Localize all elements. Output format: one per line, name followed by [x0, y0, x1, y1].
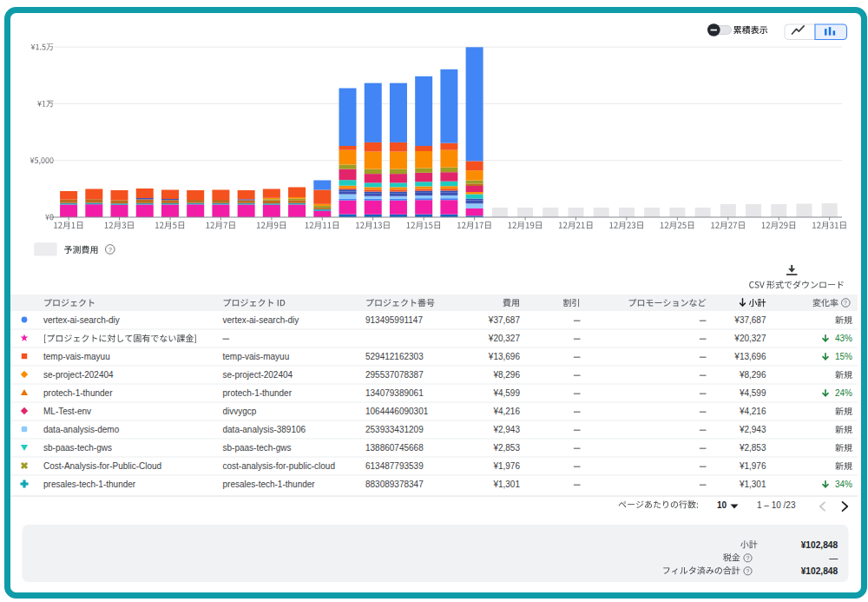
svg-text:138860745668: 138860745668: [365, 443, 424, 453]
svg-text:¥2,853: ¥2,853: [739, 443, 766, 453]
svg-text:¥4,599: ¥4,599: [739, 388, 766, 398]
svg-text:?: ?: [746, 568, 750, 574]
svg-text:¥2,853: ¥2,853: [492, 443, 520, 453]
svg-text:529412162303: 529412162303: [365, 352, 424, 361]
svg-text:34%: 34%: [835, 480, 852, 489]
svg-text:data-analysis-389106: data-analysis-389106: [223, 425, 306, 434]
svg-text:¥20,327: ¥20,327: [488, 334, 521, 343]
svg-text:—: —: [829, 553, 838, 563]
svg-text:1 – 10 /23: 1 – 10 /23: [757, 500, 796, 510]
svg-text:¥8,296: ¥8,296: [739, 370, 766, 380]
svg-text:¥2,943: ¥2,943: [492, 425, 520, 434]
svg-text:¥4,599: ¥4,599: [492, 388, 520, 398]
svg-text:253933431209: 253933431209: [365, 425, 424, 434]
svg-text:¥13,696: ¥13,696: [733, 352, 766, 361]
svg-text:¥4,216: ¥4,216: [492, 407, 520, 416]
svg-text:613487793539: 613487793539: [365, 461, 424, 471]
svg-text:¥102,848: ¥102,848: [801, 540, 838, 550]
svg-text:se-project-202404: se-project-202404: [223, 370, 293, 380]
svg-text:?: ?: [108, 246, 112, 254]
svg-text:883089378347: 883089378347: [365, 480, 424, 489]
svg-text:¥1,976: ¥1,976: [492, 461, 520, 471]
svg-text:temp-vais-mayuu: temp-vais-mayuu: [223, 352, 290, 361]
svg-text:sb-paas-tech-gws: sb-paas-tech-gws: [223, 443, 292, 453]
svg-text:?: ?: [746, 555, 750, 561]
svg-text:ML-Test-env: ML-Test-env: [43, 407, 91, 416]
svg-text:15%: 15%: [835, 352, 852, 361]
svg-text:presales-tech-1-thunder: presales-tech-1-thunder: [43, 480, 136, 489]
svg-text:¥4,216: ¥4,216: [739, 407, 766, 416]
svg-text:10: 10: [717, 500, 727, 510]
svg-text:cost-analysis-for-public-cloud: cost-analysis-for-public-cloud: [223, 461, 336, 471]
svg-text:1064446090301: 1064446090301: [365, 407, 429, 416]
svg-text:¥2,943: ¥2,943: [739, 425, 766, 434]
svg-text:134079389061: 134079389061: [365, 388, 424, 398]
svg-text:¥102,848: ¥102,848: [801, 566, 838, 576]
svg-text:?: ?: [844, 300, 847, 306]
svg-text:sb-paas-tech-gws: sb-paas-tech-gws: [43, 443, 112, 453]
svg-text:data-analysis-demo: data-analysis-demo: [43, 425, 120, 434]
svg-text:Cost-Analysis-for-Public-Cloud: Cost-Analysis-for-Public-Cloud: [43, 461, 161, 471]
svg-text:¥13,696: ¥13,696: [488, 352, 521, 361]
svg-text:¥37,687: ¥37,687: [733, 315, 766, 325]
svg-text:protech-1-thunder: protech-1-thunder: [223, 388, 293, 398]
svg-text:913495991147: 913495991147: [365, 315, 423, 325]
svg-text:¥1,301: ¥1,301: [492, 480, 520, 489]
svg-text:vertex-ai-search-diy: vertex-ai-search-diy: [43, 315, 120, 325]
svg-text:24%: 24%: [835, 388, 852, 398]
svg-text:¥37,687: ¥37,687: [488, 315, 521, 325]
svg-text:43%: 43%: [835, 334, 852, 343]
svg-text:295537078387: 295537078387: [365, 370, 424, 380]
svg-text:se-project-202404: se-project-202404: [43, 370, 114, 380]
svg-text:temp-vais-mayuu: temp-vais-mayuu: [43, 352, 110, 361]
svg-text:¥20,327: ¥20,327: [733, 334, 766, 343]
svg-text:vertex-ai-search-diy: vertex-ai-search-diy: [223, 315, 299, 325]
svg-text:¥1,976: ¥1,976: [739, 461, 766, 471]
svg-text:protech-1-thunder: protech-1-thunder: [43, 388, 113, 398]
svg-text:presales-tech-1-thunder: presales-tech-1-thunder: [223, 480, 316, 489]
svg-text:divvygcp: divvygcp: [223, 407, 257, 416]
svg-text:¥1,301: ¥1,301: [739, 480, 766, 489]
svg-text:¥8,296: ¥8,296: [492, 370, 520, 380]
